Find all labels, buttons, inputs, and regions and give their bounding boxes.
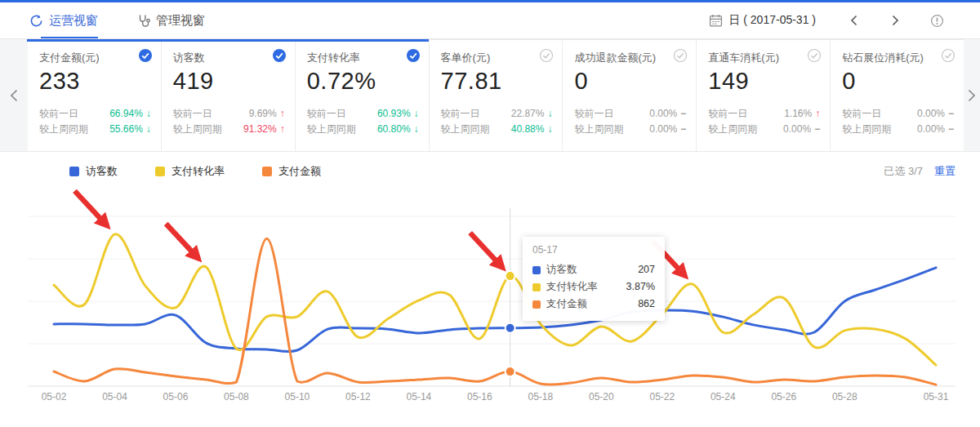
tooltip-label: 支付转化率	[546, 278, 598, 296]
compare-label: 较上周同期	[307, 122, 356, 137]
x-axis-label: 05-06	[163, 391, 189, 403]
card-compare-rows: 较前一日60.93%↓较上周同期60.80%↓	[307, 106, 419, 137]
date-controls: 日 ( 2017-05-31 )	[709, 13, 944, 28]
x-axis-label: 05-18	[528, 391, 554, 403]
metric-card[interactable]: 钻石展位消耗(元) 0 较前一日0.00%−较上周同期0.00%−	[830, 39, 964, 151]
card-title: 钻石展位消耗(元)	[842, 51, 954, 65]
card-value: 77.81	[441, 68, 553, 95]
info-icon[interactable]	[930, 14, 944, 28]
tooltip-row: 支付金额862	[532, 296, 655, 313]
legend-item-2[interactable]: 支付金额	[262, 164, 321, 179]
legend-item-1[interactable]: 支付转化率	[155, 164, 225, 179]
tooltip-label: 访客数	[546, 261, 577, 278]
tooltip-row: 访客数207	[532, 261, 655, 278]
x-axis-label: 05-24	[710, 391, 736, 403]
calendar-icon[interactable]	[709, 14, 723, 28]
tab-operations-view[interactable]: 运营视窗	[28, 2, 100, 38]
card-value: 0	[842, 68, 954, 95]
card-compare-rows: 较前一日0.00%−较上周同期0.00%−	[842, 106, 954, 137]
card-compare-row: 较前一日66.94%↓	[39, 106, 151, 122]
x-axis-label: 05-20	[589, 391, 614, 403]
tooltip-row: 支付转化率3.87%	[532, 278, 655, 296]
down-arrow-icon: ↓	[146, 122, 151, 137]
card-title: 直通车消耗(元)	[708, 51, 820, 65]
tooltip-swatch-icon	[532, 266, 541, 274]
compare-label: 较前一日	[307, 106, 346, 122]
tab-management-view[interactable]: 管理视窗	[136, 2, 207, 38]
card-title: 访客数	[173, 51, 285, 65]
card-check-icon[interactable]	[673, 48, 688, 63]
card-check-icon[interactable]	[941, 48, 956, 63]
x-axis-label: 05-28	[832, 391, 858, 403]
legend-item-0[interactable]: 访客数	[69, 164, 118, 179]
card-compare-row: 较上周同期0.00%−	[842, 122, 954, 137]
card-check-icon[interactable]	[272, 48, 287, 63]
prev-date-chevron-icon[interactable]	[850, 15, 858, 26]
cards-scroll-right-button[interactable]	[964, 39, 980, 151]
card-check-icon[interactable]	[539, 48, 554, 63]
down-arrow-icon: ↓	[547, 122, 552, 137]
compare-value: 0.00%	[917, 122, 945, 137]
metric-card[interactable]: 直通车消耗(元) 149 较前一日1.16%↑较上周同期0.00%−	[696, 39, 830, 151]
compare-value: 60.80%	[377, 122, 411, 137]
x-axis-label: 05-26	[771, 391, 796, 403]
card-compare-row: 较上周同期60.80%↓	[307, 122, 419, 137]
up-arrow-icon: ↑	[815, 106, 820, 122]
date-label[interactable]: 日 ( 2017-05-31 )	[728, 13, 816, 28]
card-value: 233	[39, 68, 151, 95]
flat-arrow-icon: −	[948, 106, 954, 122]
compare-label: 较前一日	[708, 106, 747, 122]
metric-card[interactable]: 成功退款金额(元) 0 较前一日0.00%−较上周同期0.00%−	[562, 39, 696, 151]
down-arrow-icon: ↓	[547, 106, 552, 122]
metric-card[interactable]: 支付转化率 0.72% 较前一日60.93%↓较上周同期60.80%↓	[295, 39, 429, 151]
metric-card[interactable]: 支付金额(元) 233 较前一日66.94%↓较上周同期55.66%↓	[28, 39, 161, 151]
card-compare-rows: 较前一日66.94%↓较上周同期55.66%↓	[39, 106, 151, 137]
tab-label: 管理视窗	[156, 13, 205, 29]
card-compare-rows: 较前一日0.00%−较上周同期0.00%−	[574, 106, 686, 137]
chart-legend-bar: 访客数支付转化率支付金额 已选 3/7 重置	[0, 152, 980, 190]
compare-label: 较上周同期	[574, 122, 623, 137]
chart-canvas[interactable]: 05-0205-0405-0605-0805-1005-1205-1405-16…	[0, 190, 980, 427]
up-arrow-icon: ↑	[280, 106, 285, 122]
tooltip-dot-0	[506, 323, 515, 333]
card-check-icon[interactable]	[406, 48, 421, 63]
compare-label: 较上周同期	[173, 122, 222, 137]
tooltip-dot-1	[506, 271, 515, 281]
card-check-icon[interactable]	[807, 48, 822, 63]
x-axis-label: 05-02	[42, 391, 67, 403]
compare-label: 较前一日	[842, 106, 881, 122]
metric-card[interactable]: 访客数 419 较前一日9.69%↑较上周同期91.32%↑	[161, 39, 295, 151]
tab-label: 运营视窗	[49, 13, 98, 29]
tooltip-value: 207	[638, 261, 655, 278]
tooltip-value: 3.87%	[626, 278, 655, 296]
next-date-chevron-icon[interactable]	[892, 15, 899, 26]
card-compare-row: 较前一日22.87%↓	[441, 106, 553, 122]
legend-label: 支付金额	[278, 164, 321, 179]
trend-chart: 05-0205-0405-0605-0805-1005-1205-1405-16…	[0, 190, 980, 427]
card-compare-row: 较上周同期40.88%↓	[441, 122, 553, 137]
compare-value: 60.93%	[377, 106, 411, 122]
card-title: 成功退款金额(元)	[574, 51, 686, 65]
card-compare-rows: 较前一日9.69%↑较上周同期91.32%↑	[173, 106, 285, 137]
card-title: 支付金额(元)	[39, 51, 151, 65]
card-value: 419	[173, 68, 285, 95]
compare-value: 0.00%	[649, 106, 677, 122]
metric-cards-row: 支付金额(元) 233 较前一日66.94%↓较上周同期55.66%↓ 访客数 …	[0, 39, 980, 152]
red-annotation-arrow	[74, 191, 107, 226]
compare-value: 0.00%	[783, 122, 811, 137]
card-check-icon[interactable]	[138, 48, 153, 63]
up-arrow-icon: ↑	[280, 122, 285, 137]
card-compare-row: 较上周同期91.32%↑	[173, 122, 285, 137]
compare-label: 较上周同期	[39, 122, 88, 137]
reset-link[interactable]: 重置	[934, 164, 956, 179]
cards-scroll-left-button[interactable]	[0, 39, 28, 151]
card-title: 客单价(元)	[441, 51, 553, 65]
metric-card[interactable]: 客单价(元) 77.81 较前一日22.87%↓较上周同期40.88%↓	[429, 39, 563, 151]
compare-value: 66.94%	[109, 106, 143, 122]
series-line-1	[54, 234, 936, 365]
compare-label: 较上周同期	[708, 122, 757, 137]
red-annotation-arrow	[470, 233, 503, 268]
down-arrow-icon: ↓	[146, 106, 151, 122]
legend-right-controls: 已选 3/7 重置	[884, 164, 956, 179]
x-axis-label: 05-22	[649, 391, 675, 403]
